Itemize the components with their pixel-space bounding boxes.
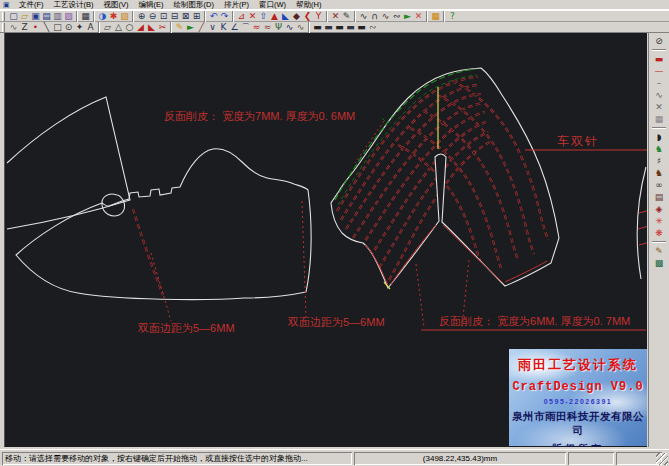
punch-rings-icon[interactable]: ∞ (653, 179, 666, 191)
text-tool-icon[interactable]: A (85, 22, 96, 33)
freehand-icon[interactable]: ∿ (8, 22, 19, 33)
fill-color-icon[interactable]: ◑ (97, 11, 108, 22)
array-object-icon[interactable]: ❮ (302, 11, 313, 22)
wave-tool-2-icon[interactable]: ∿ (295, 22, 306, 33)
toolbar-grip[interactable] (2, 12, 5, 21)
menu-window[interactable]: 窗口(W) (254, 0, 291, 10)
stitch-short-icon[interactable]: ▬ (653, 53, 666, 65)
menu-edit[interactable]: 编辑(E) (134, 0, 169, 10)
point-icon[interactable]: • (30, 22, 41, 33)
stitch-grid-icon[interactable]: ▦ (653, 113, 666, 125)
save-as-icon[interactable]: ▤ (41, 11, 52, 22)
punch-burst-icon[interactable]: ✳ (653, 215, 666, 227)
menu-file[interactable]: 文件(F) (14, 0, 49, 10)
mirror-object-icon[interactable]: ◣ (280, 11, 291, 22)
delete-curve-icon[interactable]: ✕ (413, 11, 424, 22)
drawing-canvas[interactable]: 反面削皮： 宽度为7MM. 厚度为0. 6MM 车双针 双面边距为5—6MM 双… (4, 33, 647, 447)
spline-pen-icon[interactable]: ✎ (341, 11, 352, 22)
block-pattern-5-icon[interactable]: ▬ (356, 22, 367, 33)
ellipse-icon[interactable]: ○ (124, 22, 135, 33)
punch-horse-icon[interactable]: ♞ (653, 167, 666, 179)
seam-allowance-2-icon[interactable]: ≈ (262, 22, 273, 33)
stitch-thin-icon[interactable]: – (653, 77, 666, 89)
move-object-icon[interactable]: ⊿ (236, 11, 247, 22)
polygon-icon[interactable]: ✦ (74, 22, 85, 33)
menu-draw[interactable]: 绘制图形(D) (169, 0, 219, 10)
menu-nesting[interactable]: 排片(P) (219, 0, 254, 10)
app-icon[interactable]: ▣ (3, 1, 11, 9)
wedge-piece-outline[interactable] (7, 97, 130, 229)
resize-grip[interactable] (656, 453, 668, 465)
export-image-icon[interactable]: ▨ (63, 11, 74, 22)
open-folder-icon[interactable]: ▱ (19, 11, 30, 22)
knife-tool-icon[interactable]: ╱ (196, 22, 207, 33)
redo-icon[interactable]: ↷ (219, 11, 230, 22)
brush-icon[interactable]: ✎ (653, 245, 666, 257)
curve-arc-icon[interactable]: ∩ (369, 11, 380, 22)
stitch-flag-icon[interactable]: ► (402, 11, 413, 22)
pencil-tool-icon[interactable]: ✎ (174, 22, 185, 33)
zoom-all-icon[interactable]: ⊠ (180, 11, 191, 22)
zoom-previous-icon[interactable]: ⊟ (169, 11, 180, 22)
curve-spline-icon[interactable]: ∾ (391, 11, 402, 22)
check-tool-icon[interactable]: ∨ (207, 22, 218, 33)
shoe-outline[interactable] (16, 149, 311, 300)
delete-object-icon[interactable]: ✕ (247, 11, 258, 22)
snapshot-icon[interactable]: ▧ (119, 11, 130, 22)
punch-flower-icon[interactable]: ❋ (653, 227, 666, 239)
save-icon[interactable]: ▣ (30, 11, 41, 22)
zoom-extents-icon[interactable]: ⊞ (191, 11, 202, 22)
zoom-window-icon[interactable]: ⊡ (158, 11, 169, 22)
cut-piece-icon[interactable]: ▥ (52, 11, 63, 22)
stitch-curve-icon[interactable]: ∿ (653, 89, 666, 101)
punch-fence-icon[interactable]: ♯ (653, 155, 666, 167)
line-icon[interactable]: ╲ (41, 22, 52, 33)
grading-table-icon[interactable]: ▦ (430, 11, 441, 22)
zoom-in-icon[interactable]: ⊕ (136, 11, 147, 22)
direction-tool-icon[interactable]: ► (185, 22, 196, 33)
erase-icon[interactable]: ✕ (330, 11, 341, 22)
rectangle-icon[interactable]: □ (52, 22, 63, 33)
toolbar-grip[interactable] (2, 23, 5, 32)
curve-smooth-icon[interactable]: ∿ (358, 11, 369, 22)
zoom-out-icon[interactable]: ⊖ (147, 11, 158, 22)
punch-gem-icon[interactable]: ◈ (653, 203, 666, 215)
block-pattern-3-icon[interactable]: ▬ (334, 22, 345, 33)
trim-tool-icon[interactable]: Y (313, 11, 324, 22)
curve-wave-icon[interactable]: ∿ (380, 11, 391, 22)
punch-knight-icon[interactable]: ♞ (653, 143, 666, 155)
palette-icon[interactable]: ✱ (108, 11, 119, 22)
filled-corner-2-icon[interactable]: ◣ (146, 22, 157, 33)
copy-object-icon[interactable]: ◆ (291, 11, 302, 22)
angle-tool-icon[interactable]: ∠ (229, 22, 240, 33)
zigzag-line-icon[interactable]: Z (19, 22, 30, 33)
flip-vertical-icon[interactable]: ⇧ (258, 11, 269, 22)
punch-d-icon[interactable]: ◗ (653, 131, 666, 143)
seam-allowance-icon[interactable]: ≈ (251, 22, 262, 33)
punch-card-icon[interactable]: ▤ (653, 191, 666, 203)
quarter-piece-outline[interactable] (331, 68, 559, 288)
menu-help[interactable]: 帮助(H) (291, 0, 326, 10)
stitch-long-icon[interactable]: — (653, 65, 666, 77)
rotate-object-icon[interactable]: ▲ (269, 11, 280, 22)
pattern-fill-icon[interactable]: ▩ (653, 257, 666, 269)
block-pattern-1-icon[interactable]: ▬ (312, 22, 323, 33)
heel-stitch-guide[interactable] (302, 201, 306, 317)
quarter-piece[interactable] (331, 68, 559, 327)
block-pattern-2-icon[interactable]: ▬ (323, 22, 334, 33)
undo-icon[interactable]: ↶ (208, 11, 219, 22)
notch-cut-icon[interactable]: ✂ (157, 22, 168, 33)
no-stitch-icon[interactable]: ⊘ (653, 35, 666, 47)
wave-tool-icon[interactable]: ∿ (284, 22, 295, 33)
stitch-cross-icon[interactable]: ✕ (653, 101, 666, 113)
wave-end-icon[interactable]: ∾ (367, 22, 378, 33)
sliver-outline[interactable] (637, 167, 646, 279)
parallelogram-icon[interactable]: ▱ (102, 22, 113, 33)
circle-icon[interactable]: ⊙ (63, 22, 74, 33)
arc-tool-icon[interactable]: ⌒ (240, 22, 251, 33)
menu-craft-design[interactable]: 工艺设计(B) (49, 0, 99, 10)
new-file-icon[interactable]: ▢ (8, 11, 19, 22)
branch-tool-icon[interactable]: Ψ (273, 22, 284, 33)
block-pattern-4-icon[interactable]: ▬ (345, 22, 356, 33)
triangle-icon[interactable]: △ (113, 22, 124, 33)
